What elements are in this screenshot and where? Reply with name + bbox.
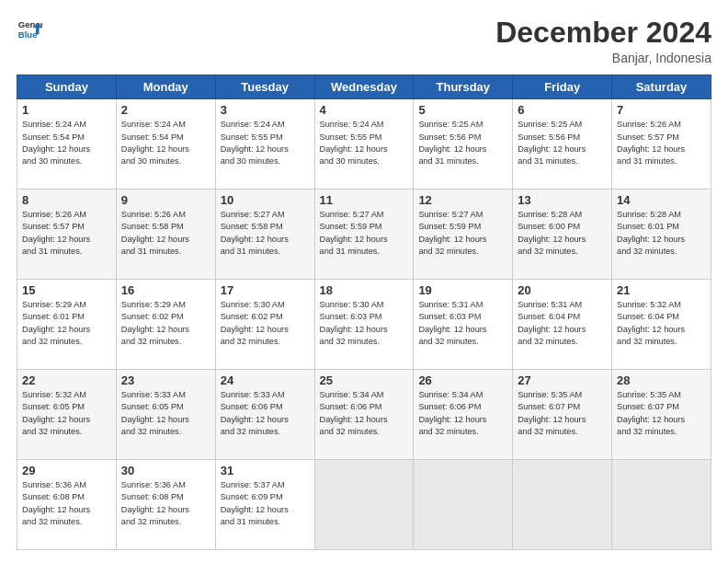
- day-info: Sunrise: 5:26 AM Sunset: 5:57 PM Dayligh…: [617, 119, 706, 167]
- day-info: Sunrise: 5:24 AM Sunset: 5:55 PM Dayligh…: [221, 119, 310, 167]
- header-thursday: Thursday: [414, 75, 513, 99]
- table-row: 20Sunrise: 5:31 AM Sunset: 6:04 PM Dayli…: [513, 280, 612, 370]
- day-info: Sunrise: 5:29 AM Sunset: 6:02 PM Dayligh…: [121, 299, 210, 348]
- calendar-table: Sunday Monday Tuesday Wednesday Thursday…: [17, 75, 711, 550]
- table-row: 19Sunrise: 5:31 AM Sunset: 6:03 PM Dayli…: [414, 280, 513, 370]
- logo: General Blue: [17, 17, 42, 42]
- day-info: Sunrise: 5:27 AM Sunset: 5:59 PM Dayligh…: [320, 209, 409, 258]
- day-number: 22: [22, 373, 111, 387]
- table-row: [314, 460, 414, 550]
- day-number: 19: [418, 283, 507, 297]
- page: General Blue December 2024 Banjar, Indon…: [0, 0, 728, 563]
- table-row: 2Sunrise: 5:24 AM Sunset: 5:54 PM Daylig…: [116, 99, 215, 190]
- table-row: 30Sunrise: 5:36 AM Sunset: 6:08 PM Dayli…: [116, 460, 215, 550]
- table-row: 12Sunrise: 5:27 AM Sunset: 5:59 PM Dayli…: [414, 190, 513, 280]
- day-number: 24: [221, 373, 310, 387]
- table-row: 11Sunrise: 5:27 AM Sunset: 5:59 PM Dayli…: [314, 190, 414, 280]
- day-info: Sunrise: 5:32 AM Sunset: 6:05 PM Dayligh…: [22, 389, 111, 438]
- calendar-week-1: 8Sunrise: 5:26 AM Sunset: 5:57 PM Daylig…: [17, 190, 711, 280]
- day-number: 8: [22, 193, 111, 207]
- table-row: 22Sunrise: 5:32 AM Sunset: 6:05 PM Dayli…: [17, 370, 117, 460]
- table-row: 15Sunrise: 5:29 AM Sunset: 6:01 PM Dayli…: [17, 280, 117, 370]
- day-info: Sunrise: 5:33 AM Sunset: 6:06 PM Dayligh…: [221, 389, 310, 438]
- table-row: [414, 460, 513, 550]
- day-number: 30: [121, 464, 210, 477]
- day-info: Sunrise: 5:37 AM Sunset: 6:09 PM Dayligh…: [221, 479, 310, 528]
- day-info: Sunrise: 5:34 AM Sunset: 6:06 PM Dayligh…: [418, 389, 507, 438]
- title-area: December 2024 Banjar, Indonesia: [495, 17, 711, 65]
- day-info: Sunrise: 5:27 AM Sunset: 5:59 PM Dayligh…: [418, 209, 507, 258]
- header-sunday: Sunday: [17, 75, 117, 99]
- day-info: Sunrise: 5:25 AM Sunset: 5:56 PM Dayligh…: [518, 119, 607, 167]
- day-number: 25: [320, 373, 409, 387]
- table-row: [513, 460, 612, 550]
- day-info: Sunrise: 5:36 AM Sunset: 6:08 PM Dayligh…: [22, 479, 111, 528]
- day-info: Sunrise: 5:30 AM Sunset: 6:03 PM Dayligh…: [320, 299, 409, 348]
- day-number: 2: [121, 103, 210, 117]
- day-info: Sunrise: 5:28 AM Sunset: 6:00 PM Dayligh…: [518, 209, 607, 258]
- header: General Blue December 2024 Banjar, Indon…: [17, 17, 711, 65]
- svg-text:Blue: Blue: [18, 29, 38, 40]
- table-row: 8Sunrise: 5:26 AM Sunset: 5:57 PM Daylig…: [17, 190, 117, 280]
- header-saturday: Saturday: [612, 75, 711, 99]
- calendar-week-0: 1Sunrise: 5:24 AM Sunset: 5:54 PM Daylig…: [17, 99, 711, 190]
- day-info: Sunrise: 5:35 AM Sunset: 6:07 PM Dayligh…: [518, 389, 607, 438]
- table-row: [612, 460, 711, 550]
- table-row: 25Sunrise: 5:34 AM Sunset: 6:06 PM Dayli…: [314, 370, 414, 460]
- day-number: 9: [121, 193, 210, 207]
- day-number: 14: [617, 193, 706, 207]
- day-info: Sunrise: 5:31 AM Sunset: 6:04 PM Dayligh…: [518, 299, 607, 348]
- table-row: 10Sunrise: 5:27 AM Sunset: 5:58 PM Dayli…: [215, 190, 314, 280]
- day-number: 11: [320, 193, 409, 207]
- day-info: Sunrise: 5:29 AM Sunset: 6:01 PM Dayligh…: [22, 299, 111, 348]
- day-number: 28: [617, 373, 706, 387]
- day-number: 3: [221, 103, 310, 117]
- day-number: 18: [320, 283, 409, 297]
- day-info: Sunrise: 5:25 AM Sunset: 5:56 PM Dayligh…: [418, 119, 507, 167]
- day-number: 12: [418, 193, 507, 207]
- day-number: 27: [518, 373, 607, 387]
- header-tuesday: Tuesday: [215, 75, 314, 99]
- day-info: Sunrise: 5:32 AM Sunset: 6:04 PM Dayligh…: [617, 299, 706, 348]
- subtitle: Banjar, Indonesia: [495, 51, 711, 65]
- table-row: 14Sunrise: 5:28 AM Sunset: 6:01 PM Dayli…: [612, 190, 711, 280]
- month-title: December 2024: [495, 17, 711, 49]
- day-info: Sunrise: 5:27 AM Sunset: 5:58 PM Dayligh…: [221, 209, 310, 258]
- table-row: 24Sunrise: 5:33 AM Sunset: 6:06 PM Dayli…: [215, 370, 314, 460]
- day-info: Sunrise: 5:33 AM Sunset: 6:05 PM Dayligh…: [121, 389, 210, 438]
- logo-icon: General Blue: [17, 17, 42, 42]
- day-number: 31: [221, 464, 310, 477]
- calendar-header-row: Sunday Monday Tuesday Wednesday Thursday…: [17, 75, 711, 99]
- table-row: 16Sunrise: 5:29 AM Sunset: 6:02 PM Dayli…: [116, 280, 215, 370]
- day-info: Sunrise: 5:28 AM Sunset: 6:01 PM Dayligh…: [617, 209, 706, 258]
- day-info: Sunrise: 5:26 AM Sunset: 5:57 PM Dayligh…: [22, 209, 111, 258]
- table-row: 27Sunrise: 5:35 AM Sunset: 6:07 PM Dayli…: [513, 370, 612, 460]
- day-info: Sunrise: 5:35 AM Sunset: 6:07 PM Dayligh…: [617, 389, 706, 438]
- day-number: 6: [518, 103, 607, 117]
- day-number: 15: [22, 283, 111, 297]
- table-row: 13Sunrise: 5:28 AM Sunset: 6:00 PM Dayli…: [513, 190, 612, 280]
- table-row: 26Sunrise: 5:34 AM Sunset: 6:06 PM Dayli…: [414, 370, 513, 460]
- table-row: 1Sunrise: 5:24 AM Sunset: 5:54 PM Daylig…: [17, 99, 117, 190]
- table-row: 18Sunrise: 5:30 AM Sunset: 6:03 PM Dayli…: [314, 280, 414, 370]
- table-row: 6Sunrise: 5:25 AM Sunset: 5:56 PM Daylig…: [513, 99, 612, 190]
- day-info: Sunrise: 5:31 AM Sunset: 6:03 PM Dayligh…: [418, 299, 507, 348]
- day-number: 16: [121, 283, 210, 297]
- day-number: 1: [22, 103, 111, 117]
- calendar-week-2: 15Sunrise: 5:29 AM Sunset: 6:01 PM Dayli…: [17, 280, 711, 370]
- table-row: 31Sunrise: 5:37 AM Sunset: 6:09 PM Dayli…: [215, 460, 314, 550]
- header-wednesday: Wednesday: [314, 75, 414, 99]
- day-number: 17: [221, 283, 310, 297]
- day-number: 5: [418, 103, 507, 117]
- day-number: 4: [320, 103, 409, 117]
- table-row: 3Sunrise: 5:24 AM Sunset: 5:55 PM Daylig…: [215, 99, 314, 190]
- day-info: Sunrise: 5:30 AM Sunset: 6:02 PM Dayligh…: [221, 299, 310, 348]
- table-row: 5Sunrise: 5:25 AM Sunset: 5:56 PM Daylig…: [414, 99, 513, 190]
- day-number: 26: [418, 373, 507, 387]
- day-info: Sunrise: 5:24 AM Sunset: 5:54 PM Dayligh…: [121, 119, 210, 167]
- table-row: 4Sunrise: 5:24 AM Sunset: 5:55 PM Daylig…: [314, 99, 414, 190]
- day-number: 10: [221, 193, 310, 207]
- day-number: 13: [518, 193, 607, 207]
- calendar-week-3: 22Sunrise: 5:32 AM Sunset: 6:05 PM Dayli…: [17, 370, 711, 460]
- table-row: 9Sunrise: 5:26 AM Sunset: 5:58 PM Daylig…: [116, 190, 215, 280]
